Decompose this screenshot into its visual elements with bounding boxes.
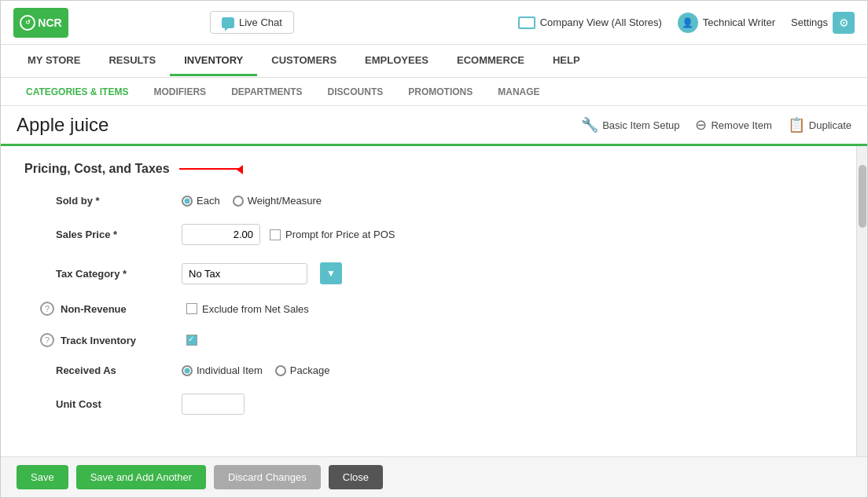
wrench-icon: 🔧	[581, 116, 598, 134]
sold-by-each-option[interactable]: Each	[182, 195, 220, 207]
received-as-label: Received As	[56, 364, 182, 376]
live-chat-button[interactable]: Live Chat	[210, 11, 294, 34]
prompt-price-checkbox[interactable]	[270, 229, 281, 240]
remove-item-label: Remove Item	[711, 119, 771, 131]
package-label: Package	[290, 364, 330, 376]
exclude-net-sales-checkbox[interactable]	[186, 303, 197, 314]
nav-my-store[interactable]: MY STORE	[13, 46, 94, 76]
section-title: Pricing, Cost, and Taxes	[24, 162, 833, 176]
sold-by-weight-option[interactable]: Weight/Measure	[233, 195, 322, 207]
duplicate-icon: 📋	[788, 116, 805, 134]
subnav-modifiers[interactable]: MODIFIERS	[141, 80, 219, 104]
select-arrow-icon[interactable]: ▼	[320, 262, 342, 284]
company-view-label: Company View (All Stores)	[540, 16, 662, 28]
prompt-price-label: Prompt for Price at POS	[285, 229, 395, 240]
content-area: Pricing, Cost, and Taxes Sold by * Each …	[1, 146, 867, 456]
main-nav: MY STORE RESULTS INVENTORY CUSTOMERS EMP…	[1, 45, 867, 78]
save-add-button[interactable]: Save and Add Another	[76, 465, 206, 489]
basic-item-setup-label: Basic Item Setup	[602, 119, 679, 131]
settings-label: Settings	[791, 16, 828, 28]
radio-each[interactable]	[182, 196, 193, 207]
subnav-discounts[interactable]: DISCOUNTS	[315, 80, 396, 104]
radio-weight[interactable]	[233, 196, 244, 207]
gear-icon: ⚙	[833, 12, 855, 34]
track-inventory-help-icon[interactable]: ?	[40, 333, 54, 347]
received-as-controls: Individual Item Package	[182, 364, 833, 376]
tax-category-value: No Tax	[189, 268, 220, 280]
red-arrow-icon	[179, 168, 242, 170]
prompt-price-option[interactable]: Prompt for Price at POS	[270, 229, 395, 240]
tax-category-controls: No Tax ▼	[182, 262, 833, 284]
tax-category-select[interactable]: No Tax	[182, 263, 307, 284]
logo-text: NCR	[38, 16, 61, 29]
received-package-option[interactable]: Package	[275, 364, 330, 376]
radio-individual[interactable]	[182, 365, 193, 376]
save-button[interactable]: Save	[17, 465, 68, 489]
nav-employees[interactable]: EMPLOYEES	[351, 46, 443, 76]
company-view[interactable]: Company View (All Stores)	[518, 16, 662, 29]
non-revenue-help-icon[interactable]: ?	[40, 302, 54, 316]
received-as-radio-group: Individual Item Package	[182, 364, 329, 376]
page-actions: 🔧 Basic Item Setup ⊖ Remove Item 📋 Dupli…	[581, 116, 851, 134]
user-name: Technical Writer	[703, 16, 775, 28]
subnav-departments[interactable]: DEPARTMENTS	[219, 80, 314, 104]
subnav-promotions[interactable]: PROMOTIONS	[395, 80, 485, 104]
non-revenue-label: Non-Revenue	[61, 303, 186, 315]
screen-icon	[518, 16, 535, 29]
track-inventory-label: Track Inventory	[61, 335, 186, 346]
basic-item-setup-button[interactable]: 🔧 Basic Item Setup	[581, 116, 679, 134]
top-bar: ↺ NCR Live Chat Company View (All Stores…	[1, 1, 867, 45]
scrollbar-thumb[interactable]	[859, 165, 866, 228]
bottom-bar: Save Save and Add Another Discard Change…	[1, 456, 867, 497]
main-content: Pricing, Cost, and Taxes Sold by * Each …	[1, 146, 856, 456]
top-right-area: Company View (All Stores) 👤 Technical Wr…	[518, 12, 855, 34]
sold-by-controls: Each Weight/Measure	[182, 195, 833, 207]
radio-package[interactable]	[275, 365, 286, 376]
exclude-net-sales-option[interactable]: Exclude from Net Sales	[186, 303, 309, 315]
sub-nav: CATEGORIES & ITEMS MODIFIERS DEPARTMENTS…	[1, 78, 867, 106]
tax-category-row: Tax Category * No Tax ▼	[24, 262, 833, 284]
unit-cost-row: Unit Cost	[24, 394, 833, 415]
unit-cost-controls	[182, 394, 833, 415]
non-revenue-controls: Exclude from Net Sales	[186, 303, 833, 315]
sales-price-label: Sales Price *	[56, 229, 182, 240]
nav-inventory[interactable]: INVENTORY	[170, 46, 257, 76]
track-inventory-option[interactable]	[186, 335, 197, 346]
unit-cost-label: Unit Cost	[56, 398, 182, 410]
exclude-net-sales-label: Exclude from Net Sales	[202, 303, 309, 315]
individual-label: Individual Item	[197, 364, 263, 376]
remove-item-button[interactable]: ⊖ Remove Item	[695, 116, 771, 134]
discard-button[interactable]: Discard Changes	[214, 465, 321, 489]
duplicate-label: Duplicate	[809, 119, 851, 131]
nav-customers[interactable]: CUSTOMERS	[257, 46, 351, 76]
subnav-categories-items[interactable]: CATEGORIES & ITEMS	[13, 80, 141, 104]
non-revenue-row: ? Non-Revenue Exclude from Net Sales	[24, 302, 833, 316]
duplicate-button[interactable]: 📋 Duplicate	[788, 116, 851, 134]
live-chat-label: Live Chat	[239, 16, 282, 28]
track-inventory-row: ? Track Inventory	[24, 333, 833, 347]
chat-bubble-icon	[222, 17, 234, 28]
logo-circle: ↺	[20, 15, 35, 31]
sold-by-label: Sold by *	[56, 195, 182, 207]
close-button[interactable]: Close	[329, 465, 383, 489]
received-individual-option[interactable]: Individual Item	[182, 364, 263, 376]
settings-section[interactable]: Settings ⚙	[791, 12, 855, 34]
section-title-text: Pricing, Cost, and Taxes	[24, 162, 170, 176]
tax-category-label: Tax Category *	[56, 268, 182, 280]
subnav-manage[interactable]: MANAGE	[485, 80, 552, 104]
page-title: Apple juice	[17, 114, 108, 136]
sales-price-input[interactable]	[182, 224, 260, 245]
sold-by-radio-group: Each Weight/Measure	[182, 195, 322, 207]
each-label: Each	[197, 195, 220, 207]
unit-cost-input[interactable]	[182, 394, 245, 415]
scrollbar-track[interactable]	[856, 146, 867, 456]
weight-label: Weight/Measure	[248, 195, 322, 207]
sales-price-controls: Prompt for Price at POS	[182, 224, 833, 245]
nav-results[interactable]: RESULTS	[94, 46, 170, 76]
nav-ecommerce[interactable]: ECOMMERCE	[443, 46, 539, 76]
track-inventory-checkbox[interactable]	[186, 335, 197, 346]
received-as-row: Received As Individual Item Package	[24, 364, 833, 376]
user-section[interactable]: 👤 Technical Writer	[678, 13, 775, 33]
nav-help[interactable]: HELP	[539, 46, 594, 76]
page-header: Apple juice 🔧 Basic Item Setup ⊖ Remove …	[1, 106, 867, 146]
